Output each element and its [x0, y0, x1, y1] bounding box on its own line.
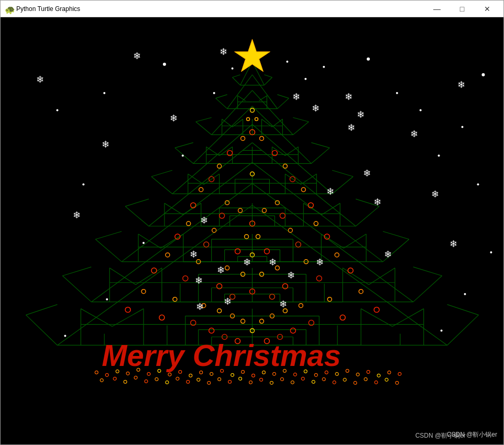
svg-point-361: [143, 242, 145, 244]
svg-point-367: [304, 78, 306, 80]
svg-text:❄: ❄: [345, 92, 353, 102]
svg-point-364: [213, 92, 215, 94]
svg-text:❄: ❄: [73, 210, 81, 220]
svg-text:❄: ❄: [170, 114, 178, 124]
svg-text:❄: ❄: [200, 215, 208, 226]
svg-text:❄: ❄: [347, 123, 355, 133]
watermark: CSDN @靳小锅er: [447, 430, 497, 439]
svg-text:❄: ❄: [431, 189, 439, 199]
svg-point-358: [56, 109, 58, 112]
svg-point-359: [82, 183, 84, 185]
svg-text:❄: ❄: [410, 129, 418, 139]
svg-point-377: [106, 298, 108, 301]
svg-text:❄: ❄: [357, 109, 365, 120]
svg-point-362: [163, 63, 166, 66]
svg-point-378: [64, 335, 66, 337]
svg-point-369: [367, 58, 370, 61]
svg-point-372: [438, 154, 440, 157]
svg-point-360: [103, 92, 105, 94]
svg-point-375: [481, 73, 485, 76]
svg-text:❄: ❄: [384, 249, 392, 260]
svg-text:❄: ❄: [196, 302, 204, 312]
svg-text:❄: ❄: [363, 168, 371, 179]
svg-text:❄: ❄: [195, 275, 203, 286]
close-button[interactable]: ✕: [475, 1, 499, 17]
svg-text:❄: ❄: [217, 265, 225, 275]
scene-svg: ❄ ❄ ❄ ❄ ❄ ❄ ❄ ❄ ❄ ❄ ❄ ❄ ❄ ❄ ❄ ❄ ❄ ❄ ❄ ❄: [1, 17, 503, 444]
svg-point-368: [323, 66, 325, 68]
svg-text:❄: ❄: [224, 296, 232, 307]
svg-point-366: [286, 61, 288, 63]
svg-text:❄: ❄: [450, 239, 457, 249]
minimize-button[interactable]: —: [425, 1, 449, 17]
svg-point-373: [462, 126, 464, 128]
svg-point-376: [490, 251, 492, 253]
svg-text:❄: ❄: [312, 103, 320, 114]
svg-point-370: [396, 92, 398, 94]
greeting-text: Merry Christmas: [102, 339, 341, 372]
svg-rect-0: [3, 17, 502, 444]
svg-point-371: [420, 109, 422, 112]
svg-point-365: [232, 68, 234, 70]
svg-text:❄: ❄: [190, 249, 198, 260]
svg-point-363: [182, 154, 184, 157]
svg-text:❄: ❄: [279, 299, 287, 309]
window-title: Python Turtle Graphics: [16, 5, 425, 13]
svg-point-379: [464, 293, 466, 295]
svg-text:❄: ❄: [316, 257, 324, 268]
svg-text:❄: ❄: [133, 51, 141, 61]
title-bar: 🐢 Python Turtle Graphics — □ ✕: [1, 1, 503, 17]
svg-point-380: [441, 330, 443, 332]
svg-text:❄: ❄: [292, 92, 300, 102]
svg-text:❄: ❄: [102, 139, 109, 150]
turtle-canvas: ❄ ❄ ❄ ❄ ❄ ❄ ❄ ❄ ❄ ❄ ❄ ❄ ❄ ❄ ❄ ❄ ❄ ❄ ❄ ❄: [1, 17, 503, 444]
svg-text:❄: ❄: [220, 47, 227, 57]
svg-text:❄: ❄: [37, 74, 45, 85]
app-icon: 🐢: [5, 5, 13, 13]
svg-text:❄: ❄: [374, 197, 381, 207]
svg-text:❄: ❄: [326, 186, 334, 197]
svg-text:❄: ❄: [287, 270, 295, 281]
maximize-button[interactable]: □: [450, 1, 474, 17]
application-window: 🐢 Python Turtle Graphics — □ ✕: [0, 0, 504, 445]
svg-point-374: [477, 183, 479, 185]
svg-text:❄: ❄: [269, 257, 277, 268]
svg-text:❄: ❄: [457, 80, 465, 90]
window-controls: — □ ✕: [425, 1, 499, 17]
svg-text:❄: ❄: [243, 257, 251, 268]
